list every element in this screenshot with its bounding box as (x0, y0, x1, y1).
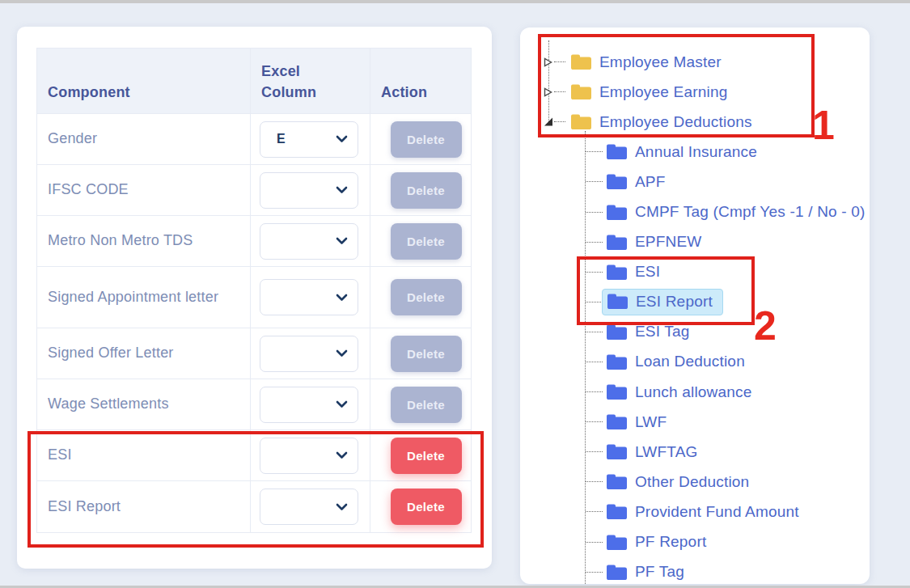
delete-button[interactable]: Delete (391, 438, 462, 474)
tree-connector (586, 421, 603, 422)
tree-connector (554, 121, 565, 122)
tree-node-employee-earning[interactable]: Employee Earning (520, 77, 870, 107)
tree-node-label: CMPF Tag (Cmpf Yes -1 / No - 0) (635, 203, 866, 221)
excel-column-select[interactable] (260, 387, 358, 423)
header-action: Action (370, 49, 471, 114)
tree-node-employee-deductions[interactable]: Employee Deductions (520, 107, 870, 137)
tree-node-pf-report[interactable]: PF Report (520, 527, 870, 557)
tree-connector (554, 91, 565, 92)
tree-node-label: ESI Report (636, 293, 713, 311)
excel-column-select[interactable] (260, 336, 358, 372)
tree-connector (586, 332, 603, 332)
table-header-row: Component Excel Column Action (37, 49, 471, 114)
tree-connector (586, 362, 603, 362)
header-component: Component (37, 49, 251, 114)
expand-collapsed-icon[interactable] (544, 57, 554, 68)
tree-connector (586, 481, 603, 482)
table-row: IFSC CODE Delete (37, 165, 471, 216)
tree-node-label: ESI Tag (635, 323, 690, 341)
tree-node-loan-deduction[interactable]: Loan Deduction (520, 347, 870, 377)
excel-column-select[interactable]: E (260, 121, 358, 158)
table-row: Signed Appointment letter Delete (37, 267, 471, 328)
component-tree: Employee Master Employee Earning Employe… (520, 27, 870, 584)
folder-icon (606, 234, 628, 251)
folder-icon (606, 473, 628, 490)
table-row: Signed Offer Letter Delete (37, 328, 471, 379)
chevron-down-icon (336, 183, 348, 197)
excel-column-select[interactable] (260, 172, 358, 209)
tree-node-other-deduction[interactable]: Other Deduction (520, 467, 870, 497)
tree-node-label: ESI (635, 263, 660, 281)
folder-icon (606, 143, 628, 160)
tree-connector (586, 572, 603, 573)
tree-node-esi[interactable]: ESI (520, 257, 870, 287)
folder-icon (570, 53, 592, 70)
tree-node-epfnew[interactable]: EPFNEW (520, 227, 870, 257)
tree-node-lwf[interactable]: LWF (520, 407, 870, 437)
chevron-down-icon (336, 448, 348, 463)
folder-icon (606, 264, 628, 281)
tree-connector (554, 61, 565, 62)
folder-icon (606, 353, 628, 370)
delete-button[interactable]: Delete (391, 223, 462, 260)
tree-node-label: PF Tag (635, 563, 684, 581)
component-name: ESI Report (48, 489, 129, 525)
tree-connector (586, 242, 603, 243)
delete-button[interactable]: Delete (391, 279, 462, 315)
chevron-down-icon (336, 500, 348, 514)
component-name: ESI (48, 437, 80, 473)
delete-button[interactable]: Delete (391, 121, 462, 158)
component-mapping-card: Component Excel Column Action Gender E D… (17, 27, 492, 569)
tree-node-annual-insurance[interactable]: Annual Insurance (520, 137, 870, 167)
delete-button[interactable]: Delete (391, 336, 462, 372)
component-name: Signed Appointment letter (48, 279, 226, 315)
tree-connector (586, 451, 603, 452)
tree-node-esi-report[interactable]: ESI Report (520, 287, 870, 317)
tree-connector (586, 302, 603, 302)
selected-tree-node[interactable]: ESI Report (602, 289, 723, 315)
delete-button[interactable]: Delete (391, 387, 462, 423)
tree-node-lwftag[interactable]: LWFTAG (520, 437, 870, 467)
excel-column-select[interactable] (260, 223, 358, 260)
tree-node-label: Employee Deductions (599, 113, 752, 131)
tree-node-cmpf-tag[interactable]: CMPF Tag (Cmpf Yes -1 / No - 0) (520, 197, 870, 226)
tree-node-label: Employee Earning (599, 83, 727, 101)
tree-node-label: LWF (635, 413, 667, 431)
tree-connector (586, 272, 603, 273)
tree-connector (586, 542, 603, 543)
select-value: E (277, 132, 286, 146)
tree-node-label: Lunch allowance (635, 383, 752, 401)
tree-node-provident-fund-amount[interactable]: Provident Fund Amount (520, 497, 870, 527)
expand-expanded-icon[interactable] (544, 116, 554, 127)
delete-button[interactable]: Delete (391, 172, 462, 209)
excel-column-select[interactable] (260, 279, 358, 315)
tree-node-employee-master[interactable]: Employee Master (520, 47, 870, 77)
tree-node-lunch-allowance[interactable]: Lunch allowance (520, 377, 870, 407)
excel-column-select[interactable] (260, 438, 358, 474)
tree-node-label: APF (635, 173, 666, 191)
folder-icon (606, 413, 628, 430)
component-name: IFSC CODE (48, 171, 137, 208)
folder-icon (606, 324, 628, 341)
tree-node-pf-tag[interactable]: PF Tag (520, 557, 870, 584)
tree-node-apf[interactable]: APF (520, 167, 870, 197)
folder-icon (606, 173, 628, 190)
excel-column-select[interactable] (260, 489, 358, 525)
tree-node-esi-tag[interactable]: ESI Tag (520, 317, 870, 347)
table-row-esi-report: ESI Report Delete (37, 481, 471, 532)
expand-collapsed-icon[interactable] (544, 87, 554, 98)
folder-icon (570, 113, 592, 130)
table-row: Wage Settlements Delete (37, 379, 471, 430)
chevron-down-icon (336, 397, 348, 412)
folder-icon (606, 534, 628, 551)
component-name: Signed Offer Letter (48, 335, 182, 371)
table-row: Gender E Delete (37, 114, 471, 165)
tree-node-label: Annual Insurance (635, 143, 757, 161)
component-name: Metro Non Metro TDS (48, 222, 201, 259)
tree-node-label: PF Report (635, 533, 706, 551)
tree-node-label: Provident Fund Amount (635, 503, 799, 521)
component-table: Component Excel Column Action Gender E D… (36, 48, 472, 533)
delete-button[interactable]: Delete (391, 489, 462, 525)
window-top-border (0, 0, 910, 3)
tree-node-label: EPFNEW (635, 233, 701, 251)
